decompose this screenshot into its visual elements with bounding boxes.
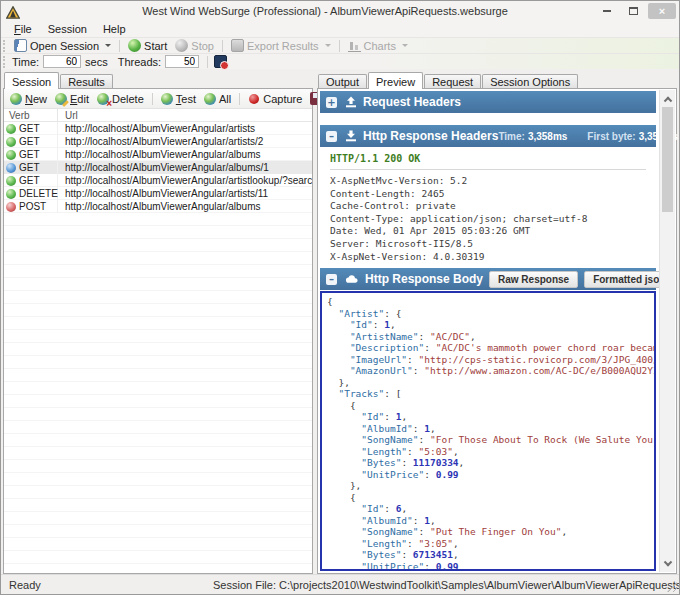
threads-input[interactable] <box>165 55 199 68</box>
close-button[interactable]: × <box>648 3 676 19</box>
json-line: "Id": 1, <box>327 319 654 331</box>
export-results-button[interactable]: Export Results <box>227 38 335 53</box>
request-list: GEThttp://localhost/AlbumViewerAngular/a… <box>4 122 312 573</box>
expand-icon[interactable]: + <box>326 97 337 108</box>
tab-session-options[interactable]: Session Options <box>482 74 578 88</box>
minimize-button[interactable] <box>596 4 618 18</box>
json-line: }, <box>327 480 654 492</box>
record-icon <box>249 94 259 104</box>
dropdown-caret-icon[interactable] <box>325 44 331 47</box>
edit-button[interactable]: Edit <box>51 92 93 106</box>
dropdown-caret-icon[interactable] <box>105 44 111 47</box>
json-line: "AlbumId": 1, <box>327 515 654 527</box>
response-header-line: Cache-Control: private <box>330 200 646 213</box>
column-header-url[interactable]: Url <box>58 110 312 121</box>
time-input[interactable] <box>43 55 81 68</box>
start-button[interactable]: Start <box>124 38 171 53</box>
button-label: New <box>25 93 47 105</box>
separator <box>239 93 240 105</box>
divider <box>330 169 646 170</box>
request-verb: DELETE <box>19 188 58 199</box>
toolbar-grip[interactable] <box>3 40 7 52</box>
charts-button[interactable]: Charts <box>344 38 412 53</box>
request-row[interactable]: GEThttp://localhost/AlbumViewerAngular/a… <box>4 148 312 161</box>
button-label: Export Results <box>247 40 319 52</box>
response-headers-content: HTTP/1.1 200 OK X-AspNetMvc-Version: 5.2… <box>320 147 656 268</box>
request-headers-section-bar[interactable]: + Request Headers <box>320 91 656 113</box>
tab-preview[interactable]: Preview <box>368 72 423 89</box>
menu-help[interactable]: Help <box>95 22 134 36</box>
response-header-line: Content-Type: application/json; charset=… <box>330 213 646 226</box>
maximize-button[interactable] <box>622 4 644 18</box>
response-header-line: Content-Length: 2465 <box>330 188 646 201</box>
toolbar-grip[interactable] <box>3 56 7 68</box>
button-label: Start <box>144 40 167 52</box>
capture-button[interactable]: Capture <box>244 92 306 106</box>
request-url: http://localhost/AlbumViewerAngular/albu… <box>58 149 312 160</box>
tab-results[interactable]: Results <box>60 74 113 88</box>
scroll-up-button[interactable] <box>660 90 675 105</box>
time-label: Time: <box>12 56 39 68</box>
request-row[interactable]: GEThttp://localhost/AlbumViewerAngular/a… <box>4 135 312 148</box>
threads-label: Threads: <box>118 56 161 68</box>
separator <box>119 40 120 52</box>
delete-button[interactable]: Delete <box>93 92 148 106</box>
open-session-button[interactable]: Open Session <box>10 38 115 53</box>
button-label: Stop <box>191 40 214 52</box>
section-title: Http Response Headers <box>363 129 498 143</box>
section-title: Request Headers <box>363 95 461 109</box>
json-line: "SongName": "For Those About To Rock (We… <box>327 434 654 446</box>
close-icon: × <box>659 5 665 17</box>
json-line: "Tracks": [ <box>327 388 654 400</box>
monitor-icon[interactable] <box>214 55 227 68</box>
stop-icon <box>175 39 188 52</box>
column-header-verb[interactable]: Verb <box>4 109 58 121</box>
separator <box>152 93 153 105</box>
all-button[interactable]: All <box>200 92 235 106</box>
json-line: { <box>327 296 654 308</box>
request-row[interactable]: GEThttp://localhost/AlbumViewerAngular/a… <box>4 174 312 187</box>
collapse-icon[interactable]: – <box>326 131 337 142</box>
new-button[interactable]: New <box>6 92 51 106</box>
globe-green-icon <box>6 150 16 160</box>
response-headers-section-bar[interactable]: – Http Response Headers Time:3,358ms Fir… <box>320 125 656 147</box>
status-bar: Ready Session File: C:\projects2010\West… <box>1 574 679 594</box>
request-row[interactable]: GEThttp://localhost/AlbumViewerAngular/a… <box>4 122 312 135</box>
tab-output[interactable]: Output <box>318 74 367 88</box>
globe-all-icon <box>204 93 216 105</box>
request-url: http://localhost/AlbumViewerAngular/arti… <box>58 175 312 186</box>
menu-file[interactable]: File <box>6 22 40 36</box>
json-line: "Id": 1, <box>327 411 654 423</box>
vertical-scrollbar[interactable] <box>659 90 675 572</box>
button-label: All <box>219 93 231 105</box>
collapse-icon[interactable]: – <box>326 274 337 285</box>
request-row[interactable]: GEThttp://localhost/AlbumViewerAngular/a… <box>4 161 312 174</box>
scroll-down-button[interactable] <box>660 557 675 572</box>
request-verb: GET <box>19 149 40 160</box>
button-label: Delete <box>112 93 144 105</box>
raw-response-button[interactable]: Raw Response <box>489 271 578 288</box>
dropdown-caret-icon[interactable] <box>402 44 408 47</box>
cloud-icon <box>345 273 359 285</box>
test-button[interactable]: Test <box>157 92 200 106</box>
scrollbar-thumb[interactable] <box>662 107 673 212</box>
tab-request[interactable]: Request <box>424 74 481 88</box>
response-body-json-viewer[interactable]: { "Artist": { "Id": 1, "ArtistName": "AC… <box>320 291 656 571</box>
globe-green-icon <box>6 176 16 186</box>
globe-delete-icon <box>97 93 109 105</box>
json-line: "UnitPrice": 0.99 <box>327 469 654 481</box>
request-verb-cell: POST <box>4 200 58 213</box>
request-row[interactable]: DELETEhttp://localhost/AlbumViewerAngula… <box>4 187 312 200</box>
window-title: West Wind WebSurge (Professional) - Albu… <box>61 5 589 17</box>
response-body-section-bar[interactable]: – Http Response Body Raw ResponseFormatt… <box>320 268 656 290</box>
request-row[interactable]: POSThttp://localhost/AlbumViewerAngular/… <box>4 200 312 213</box>
menu-session[interactable]: Session <box>40 22 95 36</box>
tab-session[interactable]: Session <box>4 72 59 89</box>
upload-icon <box>345 96 357 108</box>
left-tabstrip: SessionResults <box>3 71 313 88</box>
button-label: Capture <box>263 93 302 105</box>
response-body-view-buttons: Raw ResponseFormatted jsonViewer <box>483 271 680 288</box>
stop-button[interactable]: Stop <box>171 38 218 53</box>
json-line: "Length": "5:03", <box>327 446 654 458</box>
response-header-line: Server: Microsoft-IIS/8.5 <box>330 238 646 251</box>
